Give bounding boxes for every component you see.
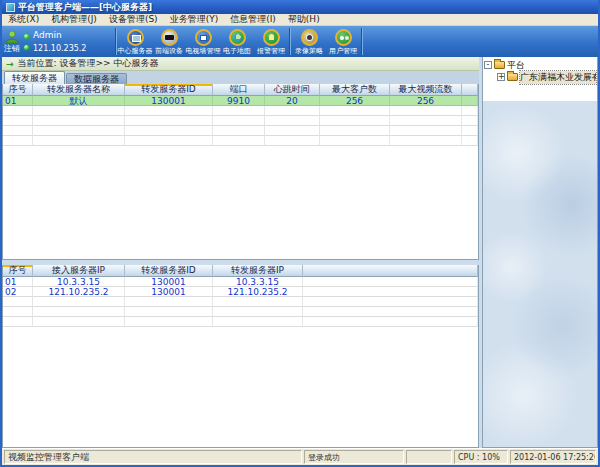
table-row[interactable]: 02121.10.235.2130001121.10.235.2 [3,287,478,297]
table-header: 序号接入服务器IP转发服务器ID转发服务器IP [3,265,478,277]
table-cell: 10.3.3.15 [213,277,303,287]
table-cell [125,106,213,116]
e-map-button[interactable]: 电子地图 [220,26,254,57]
record-policy-icon [301,29,318,46]
table-cell [125,297,213,307]
tv-wall-icon [195,29,212,46]
table-row [3,297,478,307]
table-cell [303,307,478,317]
table-row [3,307,478,317]
column-header[interactable]: 转发服务器ID [125,265,213,277]
table-cell [3,317,33,327]
table-row [3,317,478,327]
menu-help[interactable]: 帮助(H) [282,13,326,26]
column-header[interactable]: 最大客户数 [320,84,390,96]
table-row [3,106,478,116]
table-cell: 121.10.235.2 [33,287,125,297]
org-tree-panel: 平台 广东满福木业发展有限公司 [482,57,598,448]
menu-business-manage[interactable]: 业务管理(Y) [164,13,225,26]
alarm-bell-icon [263,29,280,46]
front-device-icon [161,29,178,46]
column-header[interactable]: 转发服务器名称 [33,84,125,96]
status-spacer [406,450,452,464]
table-cell: 01 [3,277,33,287]
table-cell [390,126,462,136]
menu-system[interactable]: 系统(X) [2,13,45,26]
table-cell: 256 [320,96,390,106]
tree-node[interactable]: 广东满福木业发展有限公司 [484,71,596,83]
tv-wall-manage-button[interactable]: 电视墙管理 [186,26,220,57]
column-header[interactable]: 序号 [3,265,33,277]
table-row [3,116,478,126]
table-cell [390,136,462,146]
table-cell: 9910 [213,96,265,106]
toolbar-separator [361,28,363,55]
table-cell [462,116,478,126]
table-cell [462,106,478,116]
table-cell: 02 [3,287,33,297]
menu-info-manage[interactable]: 信息管理(I) [224,13,282,26]
tree-children: 广东满福木业发展有限公司 [484,71,596,83]
logout-label: 注销 [4,44,20,53]
table-cell [213,317,303,327]
table-cell [125,136,213,146]
tab-forward-server[interactable]: 转发服务器 [4,71,65,84]
toolbar-extra-buttons: 录像策略 用户管理 [292,26,360,57]
table-cell [320,106,390,116]
column-header[interactable]: 最大视频流数 [390,84,462,96]
column-header[interactable]: 序号 [3,84,33,96]
tab-data-server[interactable]: 数据服务器 [66,73,127,84]
status-cpu: CPU : 10% [454,450,508,464]
tree-root-node[interactable]: 平台 [484,59,596,71]
logout-user-icon [4,30,20,44]
table-cell: 121.10.235.2 [213,287,303,297]
status-leds [23,34,30,50]
user-manage-icon [335,29,352,46]
table-cell [3,126,33,136]
center-server-button[interactable]: 中心服务器 [118,26,152,57]
column-header[interactable] [303,265,478,277]
column-header[interactable]: 端口 [213,84,265,96]
table-cell [265,136,320,146]
column-header[interactable]: 转发服务器ID [125,84,213,96]
table-cell [213,116,265,126]
table-cell [33,317,125,327]
table-cell [265,106,320,116]
table-row [3,126,478,136]
user-manage-button[interactable]: 用户管理 [326,26,360,57]
collapse-icon[interactable] [484,61,492,69]
alarm-manage-button[interactable]: 报警管理 [254,26,288,57]
table-cell: 130001 [125,277,213,287]
toolbar-main-buttons: 中心服务器 前端设备 电视墙管理 电子地图 报警管理 [118,26,288,57]
table-row[interactable]: 0110.3.3.1513000110.3.3.15 [3,277,478,287]
table-cell: 默认 [33,96,125,106]
record-policy-button[interactable]: 录像策略 [292,26,326,57]
table-cell: 130001 [125,96,213,106]
table-cell [320,126,390,136]
expand-icon[interactable] [497,73,505,81]
column-header[interactable]: 转发服务器IP [213,265,303,277]
titlebar: 平台管理客户端——[中心服务器] [2,0,598,14]
table-row[interactable]: 01默认130001991020256256 [3,96,478,106]
table-cell: 20 [265,96,320,106]
app-icon [6,3,15,12]
window-title: 平台管理客户端——[中心服务器] [18,1,152,14]
status-login: 登录成功 [304,450,404,464]
column-header[interactable]: 接入服务器IP [33,265,125,277]
table-cell [265,116,320,126]
table-cell [320,136,390,146]
menu-device-manage[interactable]: 设备管理(S) [103,13,164,26]
logout-button[interactable]: 注销 [4,30,20,53]
table-cell [213,136,265,146]
arrow-icon [6,59,14,69]
table-cell [33,106,125,116]
app-window: 平台管理客户端——[中心服务器] 系统(X)机构管理(J)设备管理(S)业务管理… [0,0,600,467]
server-ip-label: 121.10.235.2 [33,44,86,53]
username-label: Admin [33,31,86,40]
menu-org-manage[interactable]: 机构管理(J) [45,13,103,26]
column-header[interactable]: 心跳时间 [265,84,320,96]
front-device-button[interactable]: 前端设备 [152,26,186,57]
column-header[interactable] [462,84,478,96]
table-cell [213,106,265,116]
table-row [3,136,478,146]
